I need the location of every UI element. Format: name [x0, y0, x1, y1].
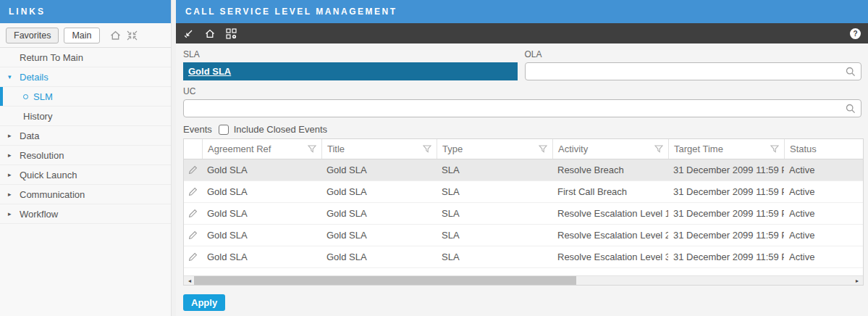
sla-value-link[interactable]: Gold SLA	[188, 66, 231, 77]
edit-pencil-icon[interactable]	[184, 225, 202, 246]
table-row[interactable]: Gold SLA Gold SLA SLA Resolve Escalation…	[184, 225, 863, 246]
table-row[interactable]: Gold SLA Gold SLA SLA Resolve Breach 31 …	[184, 159, 863, 181]
filter-icon[interactable]	[654, 145, 663, 153]
column-header-activity[interactable]: Activity	[552, 139, 668, 159]
sidebar-item-label: Details	[20, 72, 49, 83]
events-table: Agreement Ref Title Type Activity	[183, 138, 864, 286]
uc-field	[183, 99, 861, 117]
content-area: SLA Gold SLA OLA UC	[176, 43, 868, 311]
filter-icon[interactable]	[539, 145, 547, 153]
cell-agreement-ref: Gold SLA	[202, 159, 321, 180]
column-header-target-time[interactable]: Target Time	[668, 139, 784, 159]
edit-pencil-icon[interactable]	[184, 159, 202, 180]
cell-activity: First Call Breach	[552, 181, 668, 202]
table-row[interactable]: Gold SLA Gold SLA SLA Resolve Escalation…	[184, 246, 863, 268]
sidebar-item-label: Quick Launch	[20, 170, 77, 180]
ola-input[interactable]	[526, 63, 846, 80]
cell-agreement-ref: Gold SLA	[202, 181, 321, 202]
sidebar-item-details[interactable]: ▾ Details	[0, 67, 171, 87]
sidebar-title: LINKS	[0, 0, 171, 23]
cell-agreement-ref: Gold SLA	[202, 203, 321, 224]
cell-activity: Resolve Escalation Level 1	[552, 203, 668, 224]
filter-icon[interactable]	[308, 145, 316, 153]
cell-status: Active	[784, 225, 863, 246]
column-header-status[interactable]: Status	[784, 139, 863, 159]
filter-icon[interactable]	[770, 145, 779, 153]
home-icon[interactable]	[204, 28, 216, 39]
page-title: CALL SERVICE LEVEL MANAGEMENT	[176, 0, 868, 23]
sla-label: SLA	[183, 49, 518, 59]
bullet-icon	[23, 94, 28, 99]
cell-title: Gold SLA	[321, 159, 437, 180]
collapse-all-icon[interactable]	[126, 30, 138, 41]
sidebar-tabs: Favorites Main	[0, 23, 171, 48]
cell-type: SLA	[437, 159, 552, 180]
widgets-grid-icon[interactable]	[226, 28, 237, 39]
search-icon[interactable]	[846, 104, 856, 114]
sidebar-item-quick-launch[interactable]: ▸ Quick Launch	[0, 165, 171, 185]
home-icon[interactable]	[109, 30, 122, 41]
include-closed-events-checkbox[interactable]	[219, 125, 229, 135]
sla-field[interactable]: Gold SLA	[183, 62, 518, 80]
column-header-title[interactable]: Title	[321, 139, 437, 159]
links-sidebar: LINKS Favorites Main Return To Main	[0, 0, 172, 316]
cell-status: Active	[784, 246, 863, 267]
sidebar-item-return-to-main[interactable]: Return To Main	[0, 48, 171, 67]
cell-status: Active	[784, 203, 863, 224]
help-icon[interactable]: ?	[850, 28, 861, 39]
cell-type: SLA	[437, 246, 552, 267]
column-header-type[interactable]: Type	[437, 139, 552, 159]
cell-target-time: 31 December 2099 11:59 PM	[668, 181, 784, 202]
horizontal-scrollbar[interactable]: ◂ ▸	[184, 275, 863, 285]
edit-pencil-icon[interactable]	[184, 181, 202, 202]
chevron-right-icon: ▸	[8, 171, 14, 178]
chevron-right-icon: ▸	[8, 132, 14, 139]
tab-favorites[interactable]: Favorites	[6, 28, 59, 43]
chevron-right-icon: ▸	[8, 191, 14, 198]
filter-icon[interactable]	[423, 145, 431, 153]
cell-status: Active	[784, 159, 863, 180]
sidebar-item-workflow[interactable]: ▸ Workflow	[0, 204, 171, 224]
cell-status: Active	[784, 181, 863, 202]
uc-input[interactable]	[184, 100, 846, 117]
sidebar-item-resolution[interactable]: ▸ Resolution	[0, 146, 171, 165]
cell-activity: Resolve Escalation Level 3	[552, 246, 668, 267]
dock-arrow-icon[interactable]	[183, 28, 194, 39]
cell-target-time: 31 December 2099 11:59 PM	[668, 225, 784, 246]
scroll-right-icon[interactable]: ▸	[853, 276, 861, 285]
scroll-left-icon[interactable]: ◂	[185, 276, 194, 285]
tab-main[interactable]: Main	[64, 28, 99, 43]
column-header-agreement-ref[interactable]: Agreement Ref	[202, 139, 321, 159]
ola-label: OLA	[525, 49, 862, 59]
sidebar-item-label: History	[23, 111, 52, 122]
table-row[interactable]: Gold SLA Gold SLA SLA Resolve Escalation…	[184, 203, 863, 225]
cell-agreement-ref: Gold SLA	[202, 246, 321, 267]
search-icon[interactable]	[846, 67, 856, 77]
cell-activity: Resolve Breach	[552, 159, 668, 180]
table-row[interactable]: Gold SLA Gold SLA SLA First Call Breach …	[184, 181, 863, 203]
edit-pencil-icon[interactable]	[184, 246, 202, 267]
table-empty-space	[184, 268, 863, 275]
cell-type: SLA	[437, 225, 552, 246]
sidebar-item-communication[interactable]: ▸ Communication	[0, 185, 171, 204]
cell-target-time: 31 December 2099 11:59 PM	[668, 203, 784, 224]
scrollbar-thumb[interactable]	[194, 276, 576, 285]
sidebar-item-history[interactable]: History	[0, 107, 171, 126]
sidebar-item-slm[interactable]: SLM	[0, 87, 171, 107]
edit-pencil-icon[interactable]	[184, 203, 202, 224]
sidebar-item-label: Return To Main	[20, 52, 83, 63]
cell-title: Gold SLA	[321, 181, 437, 202]
sidebar-item-label: Communication	[20, 189, 85, 200]
cell-type: SLA	[437, 181, 552, 202]
apply-button[interactable]: Apply	[183, 294, 225, 311]
sidebar-item-label: Data	[20, 130, 39, 141]
edit-column-header	[184, 139, 202, 159]
sidebar-item-label: Workflow	[20, 209, 58, 220]
cell-activity: Resolve Escalation Level 2	[552, 225, 668, 246]
cell-agreement-ref: Gold SLA	[202, 225, 321, 246]
ola-field	[525, 62, 862, 80]
sidebar-item-data[interactable]: ▸ Data	[0, 126, 171, 146]
sidebar-nav: Return To Main ▾ Details SLM History ▸ D…	[0, 48, 171, 316]
chevron-right-icon: ▸	[8, 151, 14, 159]
uc-label: UC	[183, 86, 861, 96]
